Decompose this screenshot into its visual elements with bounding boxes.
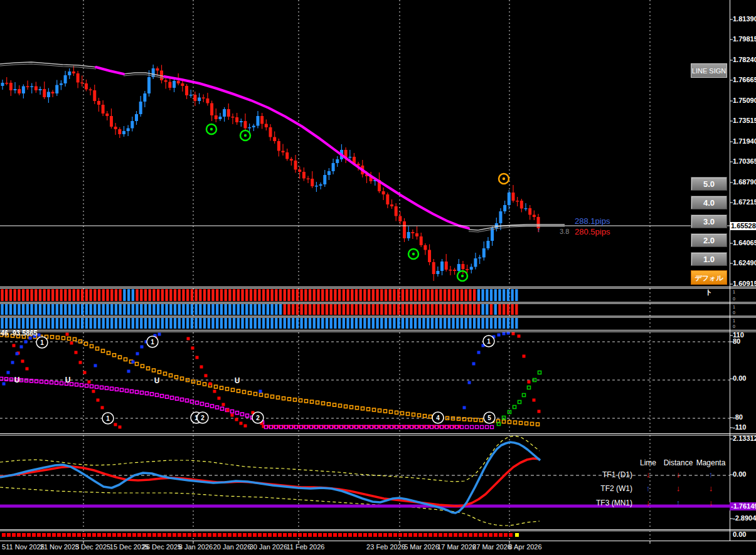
strip-axis-label: 0 xyxy=(733,310,735,315)
osc-red-dot xyxy=(523,355,526,358)
mini-strip-dot xyxy=(263,533,267,537)
mini-strip-dot xyxy=(147,533,151,537)
candle xyxy=(348,157,351,158)
level-button-1.0[interactable]: 1.0 xyxy=(691,252,727,266)
mini-strip-dot xyxy=(439,533,442,537)
strip-bar xyxy=(372,318,375,329)
level-button-2.0[interactable]: 2.0 xyxy=(691,233,727,247)
osc-magenta-square xyxy=(246,414,249,417)
strip-bar xyxy=(498,318,501,329)
line-sign-button[interactable]: LINE SIGN xyxy=(691,63,727,78)
default-button[interactable]: デフォルト xyxy=(691,270,727,285)
osc-magenta-square xyxy=(201,402,204,405)
mini-strip-dot xyxy=(248,533,252,537)
strip-bar xyxy=(507,318,509,329)
candle xyxy=(302,172,306,179)
osc-orange-square xyxy=(367,408,370,411)
strip-bar xyxy=(178,289,181,301)
strip-bar xyxy=(321,289,324,301)
strip-bar xyxy=(270,289,273,301)
strip-bar xyxy=(169,289,172,301)
strip-bar xyxy=(494,318,497,329)
chart-canvas[interactable]: ↑111112245UUUU xyxy=(0,0,756,555)
osc-orange-square xyxy=(305,399,308,403)
strip-bar xyxy=(26,304,29,315)
level-button-3.0[interactable]: 3.0 xyxy=(691,214,727,228)
osc-orange-square xyxy=(265,394,269,398)
mini-strip-dot xyxy=(7,533,11,537)
strip-bar xyxy=(359,318,362,329)
osc-orange-square xyxy=(220,386,223,389)
strip-bar xyxy=(511,289,513,301)
date-label: 8 Jan 2026 xyxy=(179,543,213,551)
strip-bar xyxy=(284,304,286,315)
osc-magenta-square xyxy=(151,393,154,396)
strip-bar xyxy=(397,318,400,329)
level-button-4.0[interactable]: 4.0 xyxy=(691,196,727,209)
strip-bar xyxy=(140,318,142,329)
mini-strip-dot xyxy=(97,533,101,537)
legend-row-label: TF3 (MN1) xyxy=(596,499,632,507)
oscillator-axis-label: -110 xyxy=(733,423,746,431)
osc-orange-square xyxy=(401,411,404,415)
strip-bar xyxy=(465,304,467,315)
legend-arrow-down: ↓ xyxy=(709,498,713,507)
strip-bar xyxy=(68,304,71,315)
candle xyxy=(332,163,335,171)
osc-blue-dot xyxy=(503,332,506,336)
strip-bar xyxy=(22,289,24,301)
strip-bar xyxy=(389,304,391,315)
legend-arrow-down: ↓ xyxy=(676,484,681,493)
strip-bar xyxy=(448,289,450,301)
candle xyxy=(135,114,138,121)
strip-bar xyxy=(220,304,223,315)
strip-bar xyxy=(77,289,79,301)
strip-bar xyxy=(186,289,189,301)
strip-bar xyxy=(216,289,218,301)
mini-strip-yellow-dot xyxy=(515,533,519,537)
candle xyxy=(285,152,289,159)
strip-bar xyxy=(490,289,492,301)
mini-strip-dot xyxy=(313,533,317,537)
osc-orange-square xyxy=(215,385,218,388)
level-button-5.0[interactable]: 5.0 xyxy=(691,177,727,191)
mini-strip-dot xyxy=(258,533,262,537)
mini-strip-axis-label: 0.00 xyxy=(733,531,746,538)
osc-magenta-square xyxy=(136,391,139,394)
osc-orange-square xyxy=(152,369,156,372)
strip-bar xyxy=(132,289,134,301)
mini-strip-dot xyxy=(479,533,482,537)
candle xyxy=(403,221,406,238)
date-label: 11 Feb 2026 xyxy=(287,543,325,551)
candle xyxy=(508,193,511,205)
candle xyxy=(177,81,180,83)
mini-strip-dot xyxy=(37,533,41,537)
strip-bar xyxy=(14,318,16,329)
osc-blue-dot xyxy=(498,334,501,337)
osc-magenta-square xyxy=(221,407,224,410)
strip-bar xyxy=(515,289,518,301)
strip-bar xyxy=(380,318,383,329)
strip-bar xyxy=(418,304,421,315)
strip-bar xyxy=(203,318,206,329)
mini-strip-dot xyxy=(223,533,226,537)
strip-bar xyxy=(402,318,404,329)
candle xyxy=(298,170,301,172)
strip-bar xyxy=(22,304,24,315)
mini-strip-dot xyxy=(173,533,176,537)
strip-bar xyxy=(178,318,181,329)
osc-red-dot xyxy=(191,347,194,350)
osc-red-dot xyxy=(97,399,100,402)
candle xyxy=(428,250,431,263)
candle xyxy=(215,115,218,119)
candle xyxy=(252,126,255,128)
osc-orange-square xyxy=(147,367,150,370)
strip-bar xyxy=(435,289,438,301)
strip-bar xyxy=(186,318,189,329)
strip-bar xyxy=(313,318,316,329)
svg-text:2: 2 xyxy=(256,415,260,421)
strip-bar xyxy=(431,318,434,329)
candle xyxy=(478,258,481,259)
strip-bar xyxy=(317,304,319,315)
svg-text:5: 5 xyxy=(487,415,491,421)
